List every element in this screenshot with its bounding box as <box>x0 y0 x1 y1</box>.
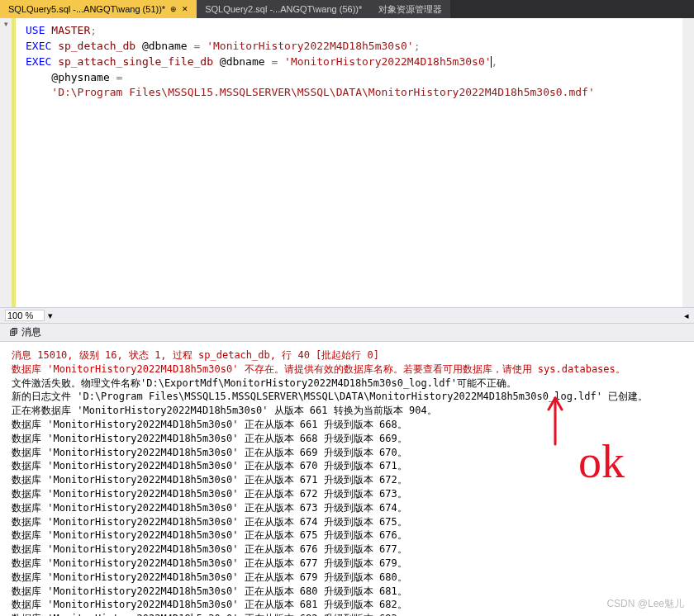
editor-zoom-bar: 100 % ▾ ◂ <box>0 307 694 324</box>
tab-label: SQLQuery2.sql -...ANGQT\wang (56))* <box>205 4 362 14</box>
messages-output[interactable]: 消息 15010, 级别 16, 状态 1, 过程 sp_detach_db, … <box>0 342 694 616</box>
sql-editor-area: ▾ USE MASTER; EXEC sp_detach_db @dbname … <box>0 18 694 307</box>
tab-object-explorer[interactable]: 对象资源管理器 <box>370 0 450 18</box>
tab-sqlquery2[interactable]: SQLQuery2.sql -...ANGQT\wang (56))* <box>197 0 370 18</box>
vertical-scrollbar[interactable] <box>682 18 694 307</box>
scroll-left-icon[interactable]: ◂ <box>684 310 689 321</box>
editor-split-dropdown[interactable]: ▾ <box>0 18 12 307</box>
zoom-level-input[interactable]: 100 % <box>5 310 45 321</box>
tab-sqlquery5[interactable]: SQLQuery5.sql -...ANGQT\wang (51))* ⊕ ✕ <box>0 0 197 18</box>
error-line: 数据库 'MonitorHistory2022M4D18h5m30s0' 不存在… <box>12 363 625 375</box>
tab-label: 对象资源管理器 <box>378 3 442 16</box>
error-line: 消息 15010, 级别 16, 状态 1, 过程 sp_detach_db, … <box>12 349 379 361</box>
upgrade-lines: 数据库 'MonitorHistory2022M4D18h5m30s0' 正在从… <box>12 419 407 616</box>
messages-tab[interactable]: 🗐 消息 <box>3 324 48 341</box>
close-icon[interactable]: ✕ <box>182 5 188 13</box>
sql-code-editor[interactable]: USE MASTER; EXEC sp_detach_db @dbname = … <box>12 18 682 307</box>
messages-icon: 🗐 <box>10 328 18 337</box>
zoom-dropdown-icon[interactable]: ▾ <box>48 310 53 321</box>
document-tabs: SQLQuery5.sql -...ANGQT\wang (51))* ⊕ ✕ … <box>0 0 694 18</box>
pin-icon[interactable]: ⊕ <box>170 5 177 13</box>
results-tabbar: 🗐 消息 <box>0 324 694 342</box>
tab-label: SQLQuery5.sql -...ANGQT\wang (51))* <box>8 4 165 14</box>
messages-tab-label: 消息 <box>21 325 41 339</box>
message-line: 文件激活失败。物理文件名称'D:\ExportMdf\MonitorHistor… <box>12 377 516 389</box>
message-line: 正在将数据库 'MonitorHistory2022M4D18h5m30s0' … <box>12 405 437 416</box>
message-line: 新的日志文件 'D:\Program Files\MSSQL15.MSSQLSE… <box>12 391 648 402</box>
